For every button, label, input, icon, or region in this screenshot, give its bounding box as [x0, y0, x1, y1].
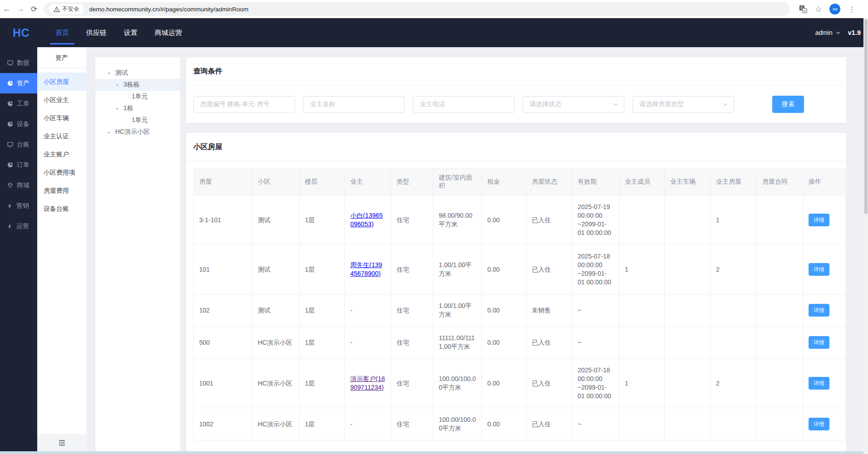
query-title: 查询条件 — [186, 57, 846, 85]
caret-right-icon[interactable]: ▸ — [108, 130, 115, 135]
query-input-owner-phone[interactable]: 业主电话 — [413, 96, 515, 113]
rail-item-operation[interactable]: 运营 — [0, 216, 37, 236]
rail-item-label: 订单 — [17, 161, 29, 169]
detail-button[interactable]: 详情 — [809, 418, 829, 430]
query-select-status[interactable]: 请选择状态 — [523, 96, 624, 113]
submenu-item-community-vehicles[interactable]: 小区车辆 — [37, 109, 86, 127]
app-logo[interactable]: HC — [13, 26, 29, 39]
topnav-item-settings[interactable]: 设置 — [123, 18, 138, 47]
tree-node[interactable]: ▾1栋 — [95, 103, 180, 114]
submenu-item-owner-accounts[interactable]: 业主账户 — [37, 145, 86, 163]
tree-node[interactable]: 1单元 — [95, 114, 180, 126]
detail-button[interactable]: 详情 — [809, 336, 829, 349]
column-header: 业主房屋 — [711, 169, 757, 195]
cell-area: 1.00/1.00平方米 — [433, 294, 482, 327]
tree-node[interactable]: ▾3栋栋 — [95, 79, 180, 91]
detail-button[interactable]: 详情 — [809, 263, 829, 276]
browser-menu-icon[interactable]: ⋮ — [848, 5, 855, 14]
cell-area: 1.00/1.00平方米 — [433, 245, 482, 294]
rail-item-work-orders[interactable]: 工单 — [0, 93, 37, 114]
query-input-owner-name[interactable]: 业主名称 — [303, 96, 405, 113]
submenu-item-owner-certification[interactable]: 业主认证 — [37, 127, 86, 145]
browser-back-button[interactable]: ← — [0, 5, 14, 14]
cell-floor: 1层 — [299, 195, 345, 245]
tree-node[interactable]: 1单元 — [95, 91, 180, 103]
user-dropdown[interactable]: admin — [815, 29, 841, 36]
detail-button[interactable]: 详情 — [809, 304, 829, 317]
browser-forward-button[interactable]: → — [14, 5, 27, 14]
cell-rent: 0.00 — [482, 359, 526, 408]
scrollbar-thumb[interactable] — [864, 19, 868, 214]
tree-node[interactable]: ▾测试 — [95, 67, 180, 79]
query-input-room-no[interactable]: 房屋编号 楼栋-单元-房号 — [193, 96, 295, 113]
owner-link[interactable]: 小白(13965096053) — [350, 212, 383, 228]
cell-room: 102 — [194, 294, 252, 327]
cell-actions: 详情 — [803, 294, 846, 327]
owner-link[interactable]: 演示客户(18909711234) — [350, 375, 385, 391]
cell-area: 100.00/100.00平方米 — [433, 359, 482, 408]
cell-type: 住宅 — [391, 245, 433, 294]
rail-item-mall[interactable]: 商城 — [0, 175, 37, 195]
cell-validity: ~ — [572, 408, 619, 440]
caret-down-icon[interactable]: ▾ — [108, 71, 115, 76]
cell-actions: 详情 — [803, 195, 846, 245]
cell-status: 未销售 — [526, 294, 572, 327]
cell-houses — [711, 327, 757, 359]
table-row: 102测试1层-住宅1.00/1.00平方米0.00未销售~详情 — [194, 294, 846, 327]
cell-contract — [757, 294, 803, 327]
cell-status: 已入住 — [526, 408, 572, 440]
column-header: 房屋 — [194, 169, 252, 195]
topnav-item-home[interactable]: 首页 — [54, 18, 70, 47]
rail-item-marketing[interactable]: 营销 — [0, 195, 37, 216]
topnav-item-supply-chain[interactable]: 供应链 — [85, 18, 108, 47]
cell-contract — [757, 195, 803, 245]
rail-item-data[interactable]: 数据 — [0, 53, 37, 73]
submenu-title: 资产 — [37, 47, 86, 68]
browser-reload-button[interactable]: ⟳ — [27, 5, 41, 14]
cell-status: 已入住 — [526, 359, 572, 408]
detail-button[interactable]: 详情 — [809, 377, 829, 390]
caret-down-icon[interactable]: ▾ — [116, 83, 123, 88]
query-fields: 房屋编号 楼栋-单元-房号业主名称业主电话请选择状态请选择房屋类型搜索 — [186, 85, 846, 113]
bolt-icon — [7, 223, 13, 229]
top-navigation: HC 首页供应链设置商城运营 admin v1.9 — [0, 18, 868, 47]
tree-node[interactable]: ▸HC演示小区 — [95, 126, 180, 138]
submenu-item-community-fee-items[interactable]: 小区费用项 — [37, 163, 86, 181]
bolt-icon — [7, 203, 13, 209]
cell-area: 11111.00/1111.00平方米 — [433, 327, 482, 359]
pie-icon — [7, 100, 14, 107]
cell-contract — [757, 245, 803, 294]
rail-item-assets[interactable]: 资产 — [0, 73, 37, 93]
cell-type: 住宅 — [391, 294, 433, 327]
cell-validity: 2025-07-18 00:00:00 ~2099-01-01 00:00:00 — [572, 359, 619, 408]
cell-validity: ~ — [572, 294, 619, 327]
cell-vehicles — [665, 294, 711, 327]
cell-rent: 0.00 — [482, 245, 526, 294]
query-select-room-type[interactable]: 请选择房屋类型 — [633, 96, 734, 113]
submenu-item-community-owners[interactable]: 小区业主 — [37, 91, 86, 109]
rail-item-ledger[interactable]: 台账 — [0, 134, 37, 155]
submenu-item-community-rooms[interactable]: 小区房屋 — [37, 73, 86, 91]
search-button[interactable]: 搜索 — [772, 96, 804, 113]
collapse-menu-button[interactable] — [37, 434, 86, 451]
detail-button[interactable]: 详情 — [809, 214, 829, 226]
placeholder-text: 业主名称 — [310, 100, 335, 108]
column-header: 小区 — [252, 169, 299, 195]
not-secure-badge[interactable]: 不安全 — [49, 4, 84, 14]
translate-icon[interactable]: G文 — [799, 5, 807, 13]
submenu-item-room-fees[interactable]: 房屋费用 — [37, 181, 86, 200]
warning-triangle-icon — [54, 6, 60, 12]
submenu-item-device-ledger[interactable]: 设备台账 — [37, 200, 86, 218]
cell-room: 500 — [194, 327, 252, 359]
caret-down-icon[interactable]: ▾ — [116, 106, 123, 111]
owner-link[interactable]: 周先生(13945678900) — [350, 261, 382, 277]
url-bar[interactable]: 不安全 demo.homecommunity.cn/#/pages/commun… — [44, 2, 790, 16]
rail-item-devices[interactable]: 设备 — [0, 114, 37, 134]
monitor-icon — [7, 59, 14, 66]
cell-contract — [757, 359, 803, 408]
rail-item-orders[interactable]: 订单 — [0, 155, 37, 175]
browser-avatar[interactable]: xw — [829, 4, 840, 15]
placeholder-text: 请选择状态 — [530, 100, 561, 108]
topnav-item-mall-operation[interactable]: 商城运营 — [154, 18, 183, 47]
bookmark-star-icon[interactable]: ☆ — [815, 5, 822, 14]
